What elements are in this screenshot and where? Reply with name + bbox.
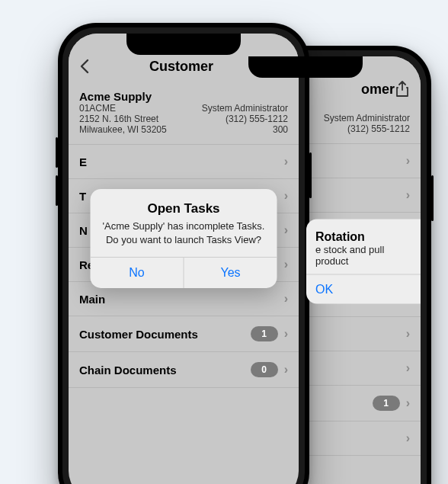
alert-message: 'Acme Supply' has incomplete Tasks. Do y… [103,220,265,246]
chevron-right-icon: › [400,327,410,341]
nav-title: Customer [90,59,273,75]
notch [248,56,363,78]
alert-open-tasks: Open Tasks 'Acme Supply' has incomplete … [91,189,277,288]
back-icon[interactable] [79,59,90,74]
alert-message-line: e stock and pull [315,244,384,255]
alert-task-rotation: Rotation e stock and pullproduct OK [306,220,421,304]
chevron-right-icon: › [400,396,410,410]
chevron-right-icon: › [278,189,288,203]
chevron-right-icon: › [400,361,410,375]
customer-address-line1: 2152 N. 16th Street [79,114,158,124]
customer-ext: 300 [273,124,288,135]
list-item[interactable]: E› [69,145,299,179]
list-item-label: Customer Documents [79,328,198,341]
chevron-right-icon: › [400,154,410,168]
alert-title-fragment: Rotation [315,230,411,244]
list-item-label: Chain Documents [79,364,177,377]
chevron-right-icon: › [278,292,288,306]
customer-phone: (312) 555-1212 [347,123,410,134]
phone-mock-front: Customer Acme Supply 01ACME System Admin… [58,23,309,484]
list-item-label: E [79,155,87,168]
chevron-right-icon: › [278,258,288,271]
chevron-right-icon: › [400,188,410,202]
alert-ok-button[interactable]: OK [306,274,421,304]
notch [126,34,241,55]
customer-name: Acme Supply [79,90,288,103]
list-item-label: Main [79,293,105,306]
customer-code: 01ACME [79,103,116,114]
chevron-right-icon: › [278,223,288,237]
chevron-right-icon: › [278,363,288,377]
customer-phone: (312) 555-1212 [226,114,288,124]
count-badge: 1 [373,396,400,411]
alert-yes-button[interactable]: Yes [184,258,277,288]
share-icon[interactable] [395,81,410,98]
alert-message-line: product [315,255,348,267]
customer-card: Acme Supply 01ACME System Administrator … [69,82,299,145]
count-badge: 1 [251,326,278,341]
screen-front: Customer Acme Supply 01ACME System Admin… [69,34,299,484]
count-badge: 0 [251,362,278,377]
customer-role: System Administrator [324,113,410,123]
list-item-customer-documents[interactable]: Customer Documents1› [69,316,299,352]
customer-role: System Administrator [202,103,288,114]
chevron-right-icon: › [400,431,410,445]
list-item-label: T [79,190,86,203]
chevron-right-icon: › [278,155,288,168]
chevron-right-icon: › [278,327,288,341]
list-item-label: N [79,224,88,237]
customer-address-line2: Milwaukee, WI 53205 [79,124,167,135]
list-item-chain-documents[interactable]: Chain Documents0› [69,352,299,388]
alert-no-button[interactable]: No [91,258,184,288]
alert-title: Open Tasks [103,201,265,216]
